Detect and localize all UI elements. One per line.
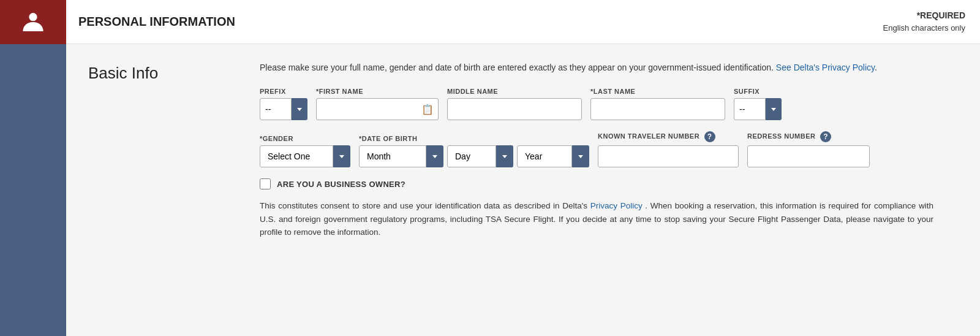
year-select[interactable]: Year	[517, 145, 572, 167]
basic-info-section: Basic Info Please make sure your full na…	[88, 61, 958, 239]
month-select-wrapper: Month JanuaryFebruaryMarch AprilMayJune …	[359, 145, 443, 167]
suffix-select[interactable]: -- Jr Sr II III	[734, 98, 766, 120]
consent-text-part1: This constitutes consent to store and us…	[260, 201, 587, 210]
gender-label: *GENDER	[260, 135, 350, 142]
prefix-select[interactable]: -- Mr Mrs Ms Dr	[260, 98, 292, 120]
day-dropdown-button[interactable]	[496, 145, 513, 167]
last-name-input[interactable]	[590, 98, 725, 120]
gender-field: *GENDER Select One Male Female	[260, 135, 350, 167]
header-icon-box	[0, 0, 66, 44]
page-title: PERSONAL INFORMATION	[78, 15, 883, 29]
first-name-field: *FIRST NAME 📋	[316, 88, 439, 120]
suffix-label: SUFFIX	[734, 88, 782, 95]
last-name-label: *LAST NAME	[590, 88, 725, 95]
dob-selects: Month JanuaryFebruaryMarch AprilMayJune …	[359, 145, 589, 167]
description-text: Please make sure your full name, gender …	[260, 63, 774, 72]
person-icon	[21, 10, 45, 34]
year-select-wrapper: Year	[517, 145, 589, 167]
header: PERSONAL INFORMATION *REQUIRED English c…	[0, 0, 980, 44]
known-traveler-help-icon[interactable]: ?	[704, 131, 715, 142]
first-name-input[interactable]	[316, 98, 439, 120]
middle-name-label: MIDDLE NAME	[447, 88, 582, 95]
redress-help-icon[interactable]: ?	[820, 131, 831, 142]
business-owner-label: ARE YOU A BUSINESS OWNER?	[277, 180, 405, 189]
content-area: Basic Info Please make sure your full na…	[66, 44, 980, 336]
middle-name-input[interactable]	[447, 98, 582, 120]
dob-field: *DATE OF BIRTH Month JanuaryFebruaryMarc…	[359, 135, 589, 167]
month-select[interactable]: Month JanuaryFebruaryMarch AprilMayJune …	[359, 145, 426, 167]
svg-point-0	[29, 13, 37, 21]
required-notice: *REQUIRED English characters only	[883, 9, 965, 34]
required-label: *REQUIRED	[883, 9, 965, 22]
last-name-field: *LAST NAME	[590, 88, 725, 120]
consent-text: This constitutes consent to store and us…	[260, 199, 933, 239]
gender-dropdown-button[interactable]	[333, 145, 350, 167]
name-fields-row: PREFIX -- Mr Mrs Ms Dr	[260, 88, 958, 120]
prefix-field: PREFIX -- Mr Mrs Ms Dr	[260, 88, 307, 120]
business-owner-checkbox[interactable]	[260, 178, 271, 189]
first-name-label: *FIRST NAME	[316, 88, 439, 95]
gender-select[interactable]: Select One Male Female	[260, 145, 333, 167]
extra-fields-row: *GENDER Select One Male Female	[260, 131, 958, 167]
main-layout: Basic Info Please make sure your full na…	[0, 44, 980, 336]
suffix-field: SUFFIX -- Jr Sr II III	[734, 88, 782, 120]
section-description: Please make sure your full name, gender …	[260, 61, 933, 74]
suffix-dropdown-button[interactable]	[766, 98, 782, 120]
redress-label: REDRESS NUMBER ?	[747, 131, 870, 142]
section-content: Please make sure your full name, gender …	[260, 61, 958, 239]
prefix-dropdown-button[interactable]	[292, 98, 307, 120]
suffix-select-wrapper: -- Jr Sr II III	[734, 98, 782, 120]
known-traveler-label: KNOWN TRAVELER NUMBER ?	[598, 131, 739, 142]
known-traveler-input[interactable]	[598, 145, 739, 167]
prefix-select-wrapper: -- Mr Mrs Ms Dr	[260, 98, 307, 120]
dob-label: *DATE OF BIRTH	[359, 135, 589, 142]
year-dropdown-button[interactable]	[572, 145, 589, 167]
page-wrapper: PERSONAL INFORMATION *REQUIRED English c…	[0, 0, 980, 336]
redress-input[interactable]	[747, 145, 870, 167]
prefix-label: PREFIX	[260, 88, 307, 95]
day-select[interactable]: Day 12345 678910 1112131415 1617181920 2…	[447, 145, 496, 167]
section-label: Basic Info	[88, 61, 260, 239]
known-traveler-field: KNOWN TRAVELER NUMBER ?	[598, 131, 739, 167]
sidebar	[0, 44, 66, 336]
middle-name-field: MIDDLE NAME	[447, 88, 582, 120]
redress-field: REDRESS NUMBER ?	[747, 131, 870, 167]
gender-select-wrapper: Select One Male Female	[260, 145, 350, 167]
first-name-wrapper: 📋	[316, 98, 439, 120]
consent-privacy-link[interactable]: Privacy Policy	[590, 201, 643, 210]
required-sub: English characters only	[883, 22, 965, 34]
day-select-wrapper: Day 12345 678910 1112131415 1617181920 2…	[447, 145, 513, 167]
month-dropdown-button[interactable]	[426, 145, 443, 167]
business-owner-row: ARE YOU A BUSINESS OWNER?	[260, 178, 958, 189]
privacy-policy-link[interactable]: See Delta's Privacy Policy	[776, 63, 875, 72]
